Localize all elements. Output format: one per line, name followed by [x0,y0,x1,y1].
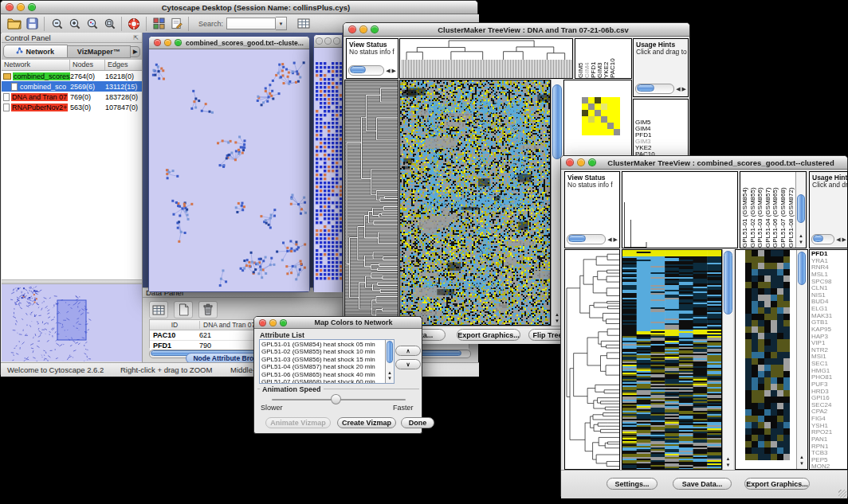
zoom-window-icon[interactable] [175,39,182,46]
zoom-window-icon[interactable] [588,158,596,166]
edge-count: 13112(15) [105,83,142,91]
attribute-list-item[interactable]: GPL51-07 (GSM868) heat shock 60 min [260,378,394,384]
resize-grip[interactable] [838,490,846,498]
partial-window-titlebar[interactable] [314,35,342,48]
search-dropdown-icon[interactable]: ▼ [276,17,287,30]
close-icon[interactable] [154,39,161,46]
close-icon[interactable] [348,25,356,33]
column-labels-vscrollbar[interactable]: ▲▼ [795,172,806,248]
column-label[interactable]: GIM5 [577,39,583,78]
zoom-fit-icon[interactable] [100,16,118,32]
float-panel-icon[interactable]: ⇱ [133,34,139,41]
zoom-heatmap-vscrollbar[interactable]: ▲▼ [796,250,807,469]
move-up-button[interactable]: ∧ [395,346,421,356]
network-tree-row[interactable]: DNA and Tran 07769(0)183728(0) [2,92,142,102]
network-tree-row[interactable]: combined_scores2764(0)16218(0) [2,71,142,81]
zoom-window-icon[interactable] [371,25,379,33]
minimize-icon[interactable] [577,158,585,166]
tab-network[interactable]: Network [3,45,68,58]
column-label[interactable]: GIM3 [596,39,603,78]
main-titlebar[interactable]: Cytoscape Desktop (Session Name: collins… [1,1,477,14]
trash-icon[interactable] [198,301,218,318]
network-view-titlebar[interactable]: combined_scores_good.txt--cluste... [149,37,309,49]
usage-hints-hscrollbar[interactable]: ◀▶ [811,234,846,244]
done-button[interactable]: Done [401,417,434,428]
zoom-window-icon[interactable] [28,3,36,11]
new-doc-icon[interactable] [174,301,193,318]
row-dendrogram-canvas[interactable] [345,80,398,325]
column-label[interactable]: YKE2 [603,39,609,78]
network-tree-row[interactable]: combined_sco2569(6)13112(15) [2,81,142,92]
attribute-list[interactable]: GPL51-01 (GSM854) heat shock 05 minGPL51… [259,339,395,384]
column-dendrogram-canvas[interactable] [622,172,737,248]
treeview1-column-labels-panel: GIM5GIM4PFD1GIM3YKE2PAC10 [575,38,632,79]
column-label[interactable]: GPL51-08 (GSM872) [787,172,795,248]
minimize-icon[interactable] [324,37,332,45]
zoom-window-icon[interactable] [333,37,340,45]
dense-network-canvas[interactable] [314,48,342,292]
tab-vizmapper[interactable]: VizMapper™ [68,45,132,58]
minimize-icon[interactable] [269,319,277,326]
treeview2-titlebar[interactable]: ClusterMaker TreeView : combined_scores_… [561,156,847,170]
save-icon[interactable] [23,16,41,32]
animate-vizmap-button[interactable]: Animate Vizmap [265,417,331,428]
close-icon[interactable] [6,3,14,11]
export-graphics-button[interactable]: Export Graphics... [457,329,520,341]
minimize-icon[interactable] [164,39,171,46]
column-label[interactable]: GIM4 [583,39,590,78]
attribute-list-item[interactable]: GPL51-06 (GSM865) heat shock 40 min [260,371,394,378]
column-label[interactable]: GPL51-04 (GSM857) [764,172,772,248]
export-graphics-button[interactable]: Export Graphics... [744,478,810,490]
table-icon[interactable] [149,301,168,318]
usage-hints-hscrollbar[interactable]: ◀▶ [635,84,686,94]
cytopanel-icon[interactable] [150,16,167,32]
attribute-list-item[interactable]: GPL51-03 (GSM856) heat shock 15 min [260,356,394,363]
treeview2-vscrollbar[interactable]: ▲▼ [722,249,733,470]
zoom-out-icon[interactable] [48,16,65,32]
minimize-icon[interactable] [359,25,367,33]
similarity-matrix[interactable] [582,97,620,135]
birdseye-view[interactable] [2,284,142,361]
search-input[interactable] [226,18,276,29]
close-icon[interactable] [259,319,266,326]
dialog-titlebar[interactable]: Map Colors to Network [254,317,422,329]
heatmap-canvas[interactable] [400,80,550,325]
annotation-icon[interactable] [167,16,185,32]
save-data-button[interactable]: Save Data... [673,478,732,490]
row-dendrogram-canvas[interactable] [565,250,619,469]
column-label[interactable]: GPL51-02 (GSM855) [749,172,757,248]
move-down-button[interactable]: ∨ [395,359,421,369]
network-canvas[interactable] [149,49,309,291]
column-label[interactable]: PFD1 [590,39,596,78]
heatmap-canvas[interactable] [622,250,721,469]
tab-overflow-button[interactable]: ▶ [131,46,140,57]
column-label[interactable]: GPL51-01 (GSM854) [741,172,749,248]
zoom-selected-icon[interactable] [83,16,100,32]
open-file-icon[interactable] [6,16,23,32]
gene-label[interactable]: MON2 [811,463,847,470]
settings-button[interactable]: Settings... [607,478,658,490]
view-status-hscrollbar[interactable]: ◀▶ [348,65,396,76]
close-icon[interactable] [566,158,574,166]
treeview1-titlebar[interactable]: ClusterMaker TreeView : DNA and Tran 07-… [344,23,689,37]
attribute-browser-icon[interactable] [295,16,312,32]
column-dendrogram-canvas[interactable] [400,39,572,78]
help-icon[interactable] [125,16,143,32]
attribute-list-vscrollbar[interactable]: ▲▼ [385,340,394,383]
network-table-header[interactable]: Network Nodes Edges [2,60,142,71]
zoom-in-icon[interactable] [65,16,83,32]
network-tree-row[interactable]: RNAPuberNov2+563(0)107847(0) [2,102,142,112]
zoom-heatmap-canvas[interactable] [745,250,790,460]
column-label[interactable]: GPL51-06 (GSM865) [771,172,779,248]
zoom-window-icon[interactable] [280,319,287,326]
close-icon[interactable] [316,37,323,45]
attribute-list-item[interactable]: GPL51-01 (GSM854) heat shock 05 min [260,341,394,348]
attribute-list-item[interactable]: GPL51-02 (GSM855) heat shock 10 min [260,348,394,355]
column-label[interactable]: GPL51-07 (GSM868) [779,172,787,248]
attribute-list-item[interactable]: GPL51-04 (GSM857) heat shock 20 min [260,363,394,370]
view-status-hscrollbar[interactable]: ◀▶ [567,234,618,244]
create-vizmap-button[interactable]: Create Vizmap [337,417,396,428]
column-label[interactable]: GPL51-03 (GSM856) [756,172,764,248]
column-label[interactable]: PAC10 [609,39,615,78]
minimize-icon[interactable] [17,3,25,11]
